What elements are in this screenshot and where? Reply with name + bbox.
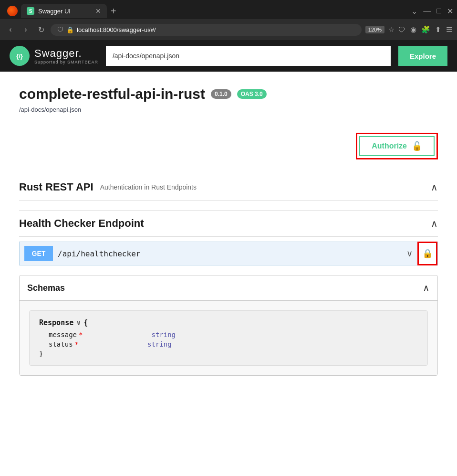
schema-field-message: message * string xyxy=(39,331,418,338)
health-checker-title: Health Checker Endpoint xyxy=(19,217,144,230)
authorize-button-highlight: Authorize 🔓 xyxy=(356,133,438,159)
minimize-button[interactable]: — xyxy=(423,7,431,16)
health-checker-chevron[interactable]: ∧ xyxy=(431,218,438,229)
version-badge: 0.1.0 xyxy=(211,89,231,99)
swagger-logo-text: Swagger. Supported by SMARTBEAR xyxy=(34,47,98,64)
field-name-message: message xyxy=(49,331,77,338)
schemas-title: Schemas xyxy=(27,283,65,293)
api-docs-link[interactable]: /api-docs/openapi.json xyxy=(19,106,81,113)
menu-icon[interactable]: ☰ xyxy=(446,25,452,34)
field-type-status: string xyxy=(147,340,172,348)
schemas-section: Schemas ∧ Response ∨ { message * string … xyxy=(19,275,438,376)
rust-rest-api-section[interactable]: Rust REST API Authentication in Rust End… xyxy=(19,174,438,201)
rust-rest-api-title-row: Rust REST API Authentication in Rust End… xyxy=(19,181,197,193)
window-controls: ⌄ — □ ✕ xyxy=(411,7,453,16)
refresh-button[interactable]: ↻ xyxy=(35,25,47,34)
rust-rest-api-subtitle: Authentication in Rust Endpoints xyxy=(100,183,197,191)
window-list-icon: ⌄ xyxy=(411,7,417,16)
get-method-badge: GET xyxy=(24,246,53,261)
endpoint-row[interactable]: GET /api/healthchecker ∨ 🔒 xyxy=(19,242,438,265)
lock-icon: 🔒 xyxy=(66,26,74,33)
api-title-section: complete-restful-api-in-rust 0.1.0 OAS 3… xyxy=(19,86,438,114)
explore-button[interactable]: Explore xyxy=(398,46,447,66)
rust-rest-api-title: Rust REST API xyxy=(19,181,93,193)
authorize-button[interactable]: Authorize 🔓 xyxy=(359,136,435,156)
schema-title-row: Response ∨ { xyxy=(39,318,418,327)
active-tab[interactable]: S Swagger UI ✕ xyxy=(21,4,107,18)
authorize-section: Authorize 🔓 xyxy=(19,123,438,169)
tab-close-button[interactable]: ✕ xyxy=(95,7,101,15)
profile-icon: ◉ xyxy=(410,25,416,34)
extensions-icon: 🧩 xyxy=(421,25,430,34)
toolbar-icons: 🛡 ◉ 🧩 ⬆ ☰ xyxy=(398,25,452,34)
firefox-icon-container xyxy=(4,4,21,18)
browser-chrome: S Swagger UI ✕ + ⌄ — □ ✕ ‹ › ↻ 🛡 🔒 local… xyxy=(0,0,457,40)
security-shield-icon: 🛡 xyxy=(57,26,63,33)
swagger-logo-icon: {/} xyxy=(10,46,30,66)
api-title: complete-restful-api-in-rust xyxy=(19,86,205,102)
field-type-message: string xyxy=(151,331,176,338)
api-title-row: complete-restful-api-in-rust 0.1.0 OAS 3… xyxy=(19,86,438,102)
new-tab-button[interactable]: + xyxy=(107,6,120,17)
swagger-tagline: Supported by SMARTBEAR xyxy=(34,60,98,64)
schemas-body: Response ∨ { message * string status * s… xyxy=(20,300,437,375)
shield-toolbar-icon: 🛡 xyxy=(398,26,405,34)
maximize-button[interactable]: □ xyxy=(436,7,441,16)
field-required-status: * xyxy=(75,340,79,348)
endpoint-chevron[interactable]: ∨ xyxy=(402,248,417,259)
schema-response-label: Response xyxy=(39,318,73,327)
zoom-badge: 120% xyxy=(365,26,384,33)
tab-favicon: S xyxy=(27,7,34,15)
firefox-icon xyxy=(7,6,18,16)
browser-toolbar: ‹ › ↻ 🛡 🔒 localhost:8000/swagger-ui/#/ 1… xyxy=(0,19,457,40)
swagger-url-input[interactable] xyxy=(106,46,391,66)
rust-rest-api-chevron[interactable]: ∧ xyxy=(431,181,438,193)
authorize-lock-icon: 🔓 xyxy=(412,141,422,151)
tab-title: Swagger UI xyxy=(38,8,71,15)
endpoint-path: /api/healthchecker xyxy=(58,249,402,258)
response-schema-box: Response ∨ { message * string status * s… xyxy=(29,310,428,366)
schemas-chevron[interactable]: ∧ xyxy=(423,282,430,294)
schema-expand-icon[interactable]: ∨ xyxy=(76,318,81,327)
close-window-button[interactable]: ✕ xyxy=(447,7,453,16)
endpoint-lock-icon: 🔒 xyxy=(422,248,433,259)
field-required-message: * xyxy=(79,331,83,338)
browser-tabs: S Swagger UI ✕ + ⌄ — □ ✕ xyxy=(0,0,457,19)
swagger-logo-symbol: {/} xyxy=(16,53,23,60)
forward-button[interactable]: › xyxy=(20,25,31,34)
endpoint-lock-button[interactable]: 🔒 xyxy=(417,242,437,265)
schema-open-brace: { xyxy=(83,318,88,327)
schemas-header[interactable]: Schemas ∧ xyxy=(20,275,437,300)
health-checker-section[interactable]: Health Checker Endpoint ∧ xyxy=(19,210,438,237)
bookmark-icon[interactable]: ☆ xyxy=(388,26,395,33)
swagger-logo: {/} Swagger. Supported by SMARTBEAR xyxy=(10,46,98,66)
back-button[interactable]: ‹ xyxy=(5,25,16,34)
swagger-brand-name: Swagger. xyxy=(34,47,98,60)
share-icon: ⬆ xyxy=(435,25,441,34)
field-name-status: status xyxy=(49,340,73,348)
schema-close-brace: } xyxy=(39,350,418,358)
address-bar[interactable]: 🛡 🔒 localhost:8000/swagger-ui/#/ xyxy=(51,24,362,36)
main-content: complete-restful-api-in-rust 0.1.0 OAS 3… xyxy=(0,72,457,390)
address-text: localhost:8000/swagger-ui/#/ xyxy=(77,26,355,33)
schema-field-status: status * string xyxy=(39,340,418,348)
swagger-header: {/} Swagger. Supported by SMARTBEAR Expl… xyxy=(0,40,457,72)
authorize-label: Authorize xyxy=(372,142,407,150)
oas-badge: OAS 3.0 xyxy=(237,89,267,99)
